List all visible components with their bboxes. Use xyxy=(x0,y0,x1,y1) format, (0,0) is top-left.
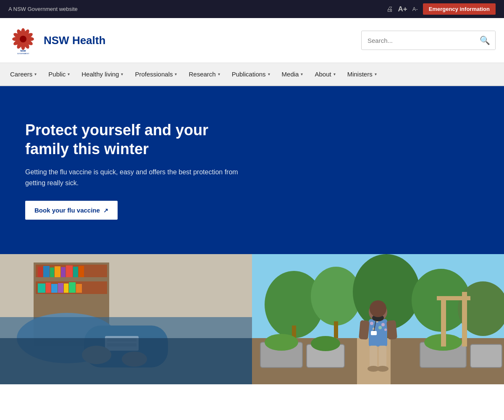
chevron-research: ▾ xyxy=(218,72,220,76)
top-bar: A NSW Government website 🖨 A+ A- Emergen… xyxy=(0,0,504,18)
nav-label-research: Research xyxy=(189,71,215,78)
emergency-button[interactable]: Emergency information xyxy=(423,3,496,15)
font-increase-icon[interactable]: A+ xyxy=(398,5,407,13)
svg-point-70 xyxy=(384,328,387,331)
chevron-professionals: ▾ xyxy=(175,72,177,76)
nav-item-professionals: Professionals ▾ xyxy=(129,63,183,85)
svg-rect-24 xyxy=(73,267,78,277)
svg-rect-28 xyxy=(46,283,51,293)
bandage-image xyxy=(0,254,252,384)
nav-link-careers[interactable]: Careers ▾ xyxy=(4,63,42,85)
site-title[interactable]: NSW Health xyxy=(44,34,105,47)
svg-rect-33 xyxy=(76,284,82,293)
nav-item-media: Media ▾ xyxy=(276,63,309,85)
svg-rect-23 xyxy=(66,265,73,277)
gov-label: A NSW Government website xyxy=(8,6,78,12)
hero-cta-button[interactable]: Book your flu vaccine ↗ xyxy=(25,201,118,220)
search-input[interactable] xyxy=(362,33,475,48)
svg-point-57 xyxy=(265,334,298,351)
nav-item-publications: Publications ▾ xyxy=(226,63,276,85)
chevron-healthy-living: ▾ xyxy=(121,72,123,76)
chevron-ministers: ▾ xyxy=(375,72,377,76)
svg-rect-76 xyxy=(359,320,370,340)
svg-point-73 xyxy=(370,300,386,317)
svg-rect-21 xyxy=(55,266,60,277)
external-link-icon: ↗ xyxy=(103,207,108,214)
nav-label-ministers: Ministers xyxy=(347,71,373,78)
svg-point-69 xyxy=(378,326,382,329)
svg-rect-56 xyxy=(470,344,502,368)
svg-rect-22 xyxy=(61,267,66,277)
chevron-about: ▾ xyxy=(333,72,336,76)
svg-rect-25 xyxy=(79,266,84,277)
nav-link-public[interactable]: Public ▾ xyxy=(42,63,76,85)
nav-link-media[interactable]: Media ▾ xyxy=(276,63,309,85)
svg-rect-30 xyxy=(58,283,63,293)
header: NSW GOVERNMENT NSW Health 🔍 xyxy=(0,18,504,63)
svg-point-46 xyxy=(353,254,420,330)
svg-rect-61 xyxy=(441,296,446,346)
font-increase-label: A+ xyxy=(398,5,407,13)
svg-rect-18 xyxy=(38,267,43,277)
svg-rect-77 xyxy=(386,320,397,340)
hero-title: Protect yourself and your family this wi… xyxy=(25,121,244,158)
font-decrease-icon[interactable]: A- xyxy=(412,6,418,12)
search-button[interactable]: 🔍 xyxy=(475,31,495,50)
logo-area: NSW GOVERNMENT NSW Health xyxy=(8,26,105,55)
nsw-gov-logo: NSW GOVERNMENT xyxy=(8,26,38,55)
nav-label-publications: Publications xyxy=(232,71,266,78)
svg-rect-32 xyxy=(69,282,76,293)
chevron-media: ▾ xyxy=(301,72,303,76)
nav-link-research[interactable]: Research ▾ xyxy=(183,63,226,85)
chevron-publications: ▾ xyxy=(268,72,270,76)
svg-rect-75 xyxy=(379,346,386,369)
nav-list: Careers ▾ Public ▾ Healthy living ▾ Prof… xyxy=(0,63,504,85)
nav-link-publications[interactable]: Publications ▾ xyxy=(226,63,276,85)
svg-rect-20 xyxy=(50,268,54,277)
font-decrease-label: A- xyxy=(412,6,418,12)
svg-point-67 xyxy=(381,323,385,326)
nav-label-healthy-living: Healthy living xyxy=(81,71,119,78)
nav-item-about: About ▾ xyxy=(309,63,341,85)
nav-label-careers: Careers xyxy=(10,71,32,78)
svg-point-12 xyxy=(20,36,26,42)
hero-cta-label: Book your flu vaccine xyxy=(34,207,100,214)
svg-rect-29 xyxy=(51,284,58,293)
main-nav: Careers ▾ Public ▾ Healthy living ▾ Prof… xyxy=(0,63,504,86)
nav-label-public: Public xyxy=(48,71,66,78)
svg-rect-19 xyxy=(43,266,50,277)
svg-rect-79 xyxy=(371,331,377,335)
search-bar: 🔍 xyxy=(361,31,496,50)
card-image-garden xyxy=(252,254,504,384)
nav-link-about[interactable]: About ▾ xyxy=(309,63,341,85)
print-icon[interactable]: 🖨 xyxy=(386,5,393,13)
svg-rect-74 xyxy=(370,346,377,369)
nav-label-professionals: Professionals xyxy=(135,71,173,78)
nav-item-healthy-living: Healthy living ▾ xyxy=(76,63,129,85)
nav-item-ministers: Ministers ▾ xyxy=(341,63,383,85)
nav-label-media: Media xyxy=(282,71,299,78)
svg-rect-42 xyxy=(0,338,252,384)
cards-row xyxy=(0,254,504,384)
svg-rect-31 xyxy=(64,284,68,293)
top-bar-right: 🖨 A+ A- Emergency information xyxy=(386,3,496,15)
nav-link-ministers[interactable]: Ministers ▾ xyxy=(341,63,383,85)
nav-item-public: Public ▾ xyxy=(42,63,76,85)
svg-rect-27 xyxy=(38,284,45,293)
svg-point-58 xyxy=(311,336,340,351)
chevron-public: ▾ xyxy=(68,72,70,76)
svg-point-65 xyxy=(370,322,373,325)
svg-text:GOVERNMENT: GOVERNMENT xyxy=(17,52,29,55)
nav-link-professionals[interactable]: Professionals ▾ xyxy=(129,63,183,85)
nav-item-careers: Careers ▾ xyxy=(4,63,42,85)
garden-image xyxy=(252,254,504,384)
svg-rect-50 xyxy=(334,321,338,338)
hero-banner: Protect yourself and your family this wi… xyxy=(0,86,504,254)
nav-link-healthy-living[interactable]: Healthy living ▾ xyxy=(76,63,129,85)
nav-item-research: Research ▾ xyxy=(183,63,226,85)
card-image-bandage xyxy=(0,254,252,384)
svg-point-81 xyxy=(377,366,388,372)
svg-rect-63 xyxy=(437,296,470,300)
svg-text:NSW: NSW xyxy=(21,50,26,52)
nav-label-about: About xyxy=(315,71,331,78)
